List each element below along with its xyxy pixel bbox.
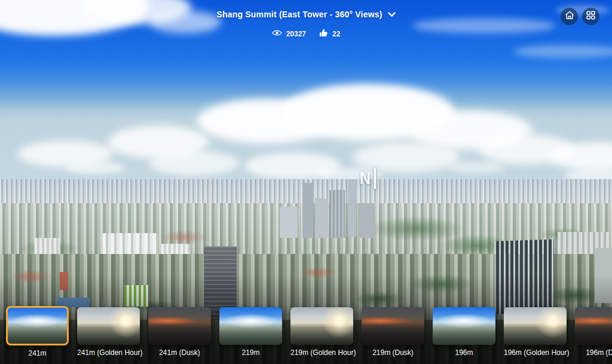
thumbnail-label: 196m (Golden Hour) [504,348,567,357]
thumbnail-label: 196m (Dusk) [575,348,612,357]
thumbnail-item[interactable]: 196m (Dusk) [575,307,612,357]
chevron-down-icon [388,10,396,19]
thumbnail-image-dusk[interactable] [148,307,211,345]
thumbnail-item[interactable]: 241m (Dusk) [148,307,211,357]
building-shape [302,183,313,238]
thumbnail-image-day[interactable] [219,307,282,345]
thumbs-up-icon [319,29,328,39]
thumbnail-label: 196m [433,348,495,357]
thumbnail-image-day[interactable] [433,307,495,345]
thumbnail-image-day[interactable] [6,306,69,345]
likes-count: 22 [332,30,340,38]
thumbnail-item[interactable]: 219m [219,307,282,357]
grid-icon [586,11,595,22]
thumbnail-strip: 241m241m (Golden Hour)241m (Dusk)219m219… [6,307,612,357]
thumbnail-label: 241m (Dusk) [148,348,211,357]
cloud-shape [149,151,239,176]
thumbnail-label: 219m (Dusk) [362,348,424,357]
thumbnail-item[interactable]: 241m (Golden Hour) [77,307,140,357]
thumbnail-label: 241m [6,349,69,357]
cloud-shape [66,161,126,175]
thumbnail-item[interactable]: 241m [6,307,69,357]
thumbnail-label: 241m (Golden Hour) [77,348,140,357]
building-shape [358,203,375,238]
thumbnail-image-golden[interactable] [77,307,140,345]
thumbnail-image-dusk[interactable] [362,307,424,345]
compass-north-label: N [360,168,371,188]
layout-grid-button[interactable] [582,8,599,25]
building-shape [280,207,298,238]
thumbnail-item[interactable]: 219m (Dusk) [362,307,424,357]
compass-north-marker: N [359,168,376,189]
thumbnail-item[interactable]: 196m [433,307,495,357]
scene-title-dropdown[interactable]: Shang Summit (East Tower - 360° Views) [216,10,395,19]
thumbnail-item[interactable]: 219m (Golden Hour) [290,307,353,357]
building-shape [348,179,356,237]
views-count: 20327 [286,30,306,38]
compass-tick-mark [374,168,376,189]
thumbnail-image-golden[interactable] [504,307,567,345]
home-button[interactable] [561,8,578,25]
cloud-shape [448,161,505,173]
thumbnail-image-dusk[interactable] [575,307,612,345]
thumbnail-item[interactable]: 196m (Golden Hour) [504,307,567,357]
home-icon [565,11,574,22]
building-shape [329,190,345,238]
title-bar: Shang Summit (East Tower - 360° Views) [0,10,612,19]
building-shape [315,198,328,238]
views-counter: 20327 [272,29,306,38]
eye-icon [272,29,282,38]
panorama-viewport[interactable]: N Shang Summit (East Tower - 360° Views)… [0,0,612,364]
thumbnail-label: 219m (Golden Hour) [290,348,353,357]
scene-title: Shang Summit (East Tower - 360° Views) [216,10,382,19]
like-button[interactable]: 22 [319,29,340,39]
stats-row: 20327 22 [0,29,612,39]
building-shape [35,238,60,256]
top-right-controls [561,8,599,25]
thumbnail-image-golden[interactable] [290,307,353,345]
thumbnail-label: 219m [219,348,282,357]
